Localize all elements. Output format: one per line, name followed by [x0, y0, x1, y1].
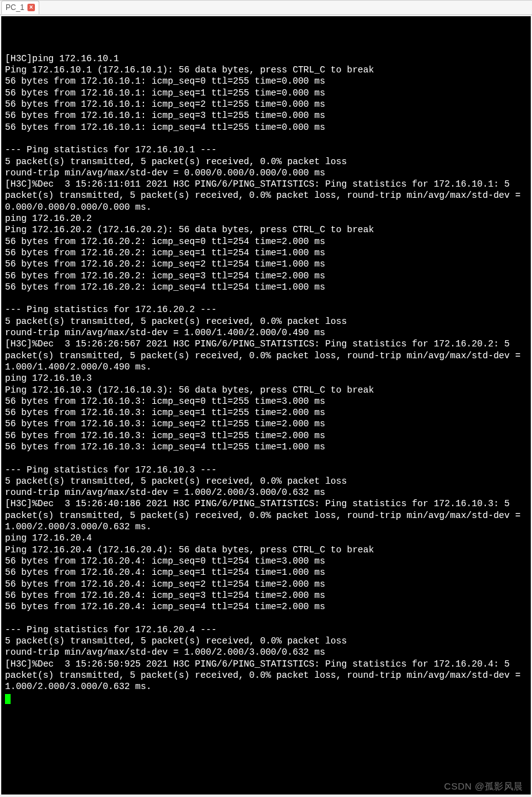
- terminal-line: round-trip min/avg/max/std-dev = 0.000/0…: [5, 167, 527, 178]
- terminal-line: round-trip min/avg/max/std-dev = 1.000/2…: [5, 647, 527, 658]
- terminal-line: 56 bytes from 172.16.20.2: icmp_seq=2 tt…: [5, 258, 527, 270]
- terminal-line: round-trip min/avg/max/std-dev = 1.000/1…: [5, 327, 527, 338]
- terminal-line: [5, 293, 527, 304]
- tab-pc1[interactable]: PC_1 ×: [1, 1, 39, 14]
- terminal-line: 56 bytes from 172.16.10.3: icmp_seq=1 tt…: [5, 407, 527, 418]
- terminal-line: ping 172.16.10.3: [5, 373, 527, 384]
- close-icon[interactable]: ×: [27, 4, 35, 11]
- terminal-output[interactable]: [H3C]ping 172.16.10.1Ping 172.16.10.1 (1…: [1, 16, 531, 795]
- terminal-line: 56 bytes from 172.16.10.1: icmp_seq=2 tt…: [5, 99, 527, 110]
- terminal-line: Ping 172.16.20.4 (172.16.20.4): 56 data …: [5, 544, 527, 555]
- terminal-line: round-trip min/avg/max/std-dev = 1.000/2…: [5, 487, 527, 498]
- terminal-line: Ping 172.16.10.1 (172.16.10.1): 56 data …: [5, 64, 527, 76]
- terminal-line: [5, 452, 527, 464]
- terminal-line: Ping 172.16.20.2 (172.16.20.2): 56 data …: [5, 224, 527, 235]
- terminal-line: --- Ping statistics for 172.16.20.2 ---: [5, 304, 527, 315]
- terminal-line: 56 bytes from 172.16.10.3: icmp_seq=2 tt…: [5, 418, 527, 429]
- terminal-line: ping 172.16.20.4: [5, 532, 527, 544]
- terminal-cursor: [5, 694, 11, 704]
- terminal-line: [5, 42, 527, 53]
- terminal-line: 56 bytes from 172.16.20.4: icmp_seq=1 tt…: [5, 567, 527, 578]
- terminal-line: 56 bytes from 172.16.20.4: icmp_seq=3 tt…: [5, 590, 527, 601]
- terminal-line: 56 bytes from 172.16.10.1: icmp_seq=4 tt…: [5, 122, 527, 133]
- terminal-line: [H3C]%Dec 3 15:26:40:186 2021 H3C PING/6…: [5, 498, 527, 532]
- terminal-line: 56 bytes from 172.16.10.3: icmp_seq=0 tt…: [5, 396, 527, 407]
- terminal-line: 5 packet(s) transmitted, 5 packet(s) rec…: [5, 316, 527, 327]
- terminal-line: 56 bytes from 172.16.10.1: icmp_seq=3 tt…: [5, 110, 527, 121]
- tab-bar: PC_1 ×: [0, 0, 532, 15]
- terminal-line: 56 bytes from 172.16.20.4: icmp_seq=0 tt…: [5, 555, 527, 567]
- tab-label: PC_1: [6, 4, 24, 11]
- terminal-line: --- Ping statistics for 172.16.10.3 ---: [5, 464, 527, 476]
- terminal-line: ping 172.16.20.2: [5, 213, 527, 224]
- terminal-line: [H3C]%Dec 3 15:26:50:925 2021 H3C PING/6…: [5, 658, 527, 693]
- watermark: CSDN @孤影风晨: [444, 781, 523, 792]
- terminal-line: 56 bytes from 172.16.20.2: icmp_seq=4 tt…: [5, 281, 527, 293]
- terminal-line: 56 bytes from 172.16.20.2: icmp_seq=1 tt…: [5, 247, 527, 258]
- terminal-line: 56 bytes from 172.16.20.4: icmp_seq=2 tt…: [5, 579, 527, 590]
- terminal-line: [H3C]ping 172.16.10.1: [5, 53, 527, 64]
- terminal-line: 5 packet(s) transmitted, 5 packet(s) rec…: [5, 476, 527, 487]
- terminal-line: --- Ping statistics for 172.16.10.1 ---: [5, 144, 527, 155]
- terminal-line: 56 bytes from 172.16.20.2: icmp_seq=0 tt…: [5, 236, 527, 247]
- terminal-line: [5, 612, 527, 623]
- terminal-line: 56 bytes from 172.16.20.2: icmp_seq=3 tt…: [5, 270, 527, 281]
- terminal-line: 56 bytes from 172.16.10.1: icmp_seq=1 tt…: [5, 87, 527, 99]
- terminal-line: 5 packet(s) transmitted, 5 packet(s) rec…: [5, 156, 527, 167]
- terminal-line: 5 packet(s) transmitted, 5 packet(s) rec…: [5, 635, 527, 647]
- terminal-line: [H3C]%Dec 3 15:26:11:011 2021 H3C PING/6…: [5, 178, 527, 213]
- terminal-line: --- Ping statistics for 172.16.20.4 ---: [5, 624, 527, 635]
- terminal-line: 56 bytes from 172.16.10.3: icmp_seq=3 tt…: [5, 430, 527, 441]
- terminal-line: [5, 133, 527, 144]
- terminal-line: 56 bytes from 172.16.10.1: icmp_seq=0 tt…: [5, 76, 527, 87]
- terminal-line: 56 bytes from 172.16.20.4: icmp_seq=4 tt…: [5, 601, 527, 612]
- terminal-line: [H3C]%Dec 3 15:26:26:567 2021 H3C PING/6…: [5, 338, 527, 373]
- terminal-line: 56 bytes from 172.16.10.3: icmp_seq=4 tt…: [5, 441, 527, 452]
- terminal-line: Ping 172.16.10.3 (172.16.10.3): 56 data …: [5, 384, 527, 396]
